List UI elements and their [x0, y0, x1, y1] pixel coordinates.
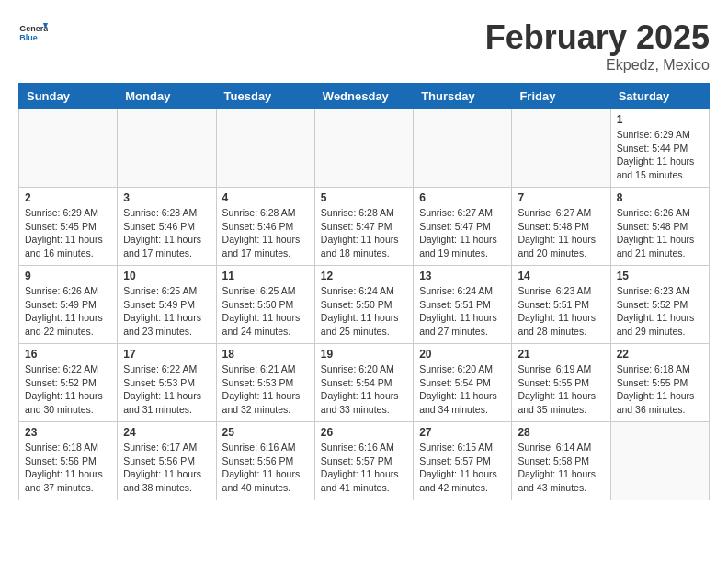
day-info: Sunrise: 6:29 AMSunset: 5:45 PMDaylight:…	[25, 206, 111, 260]
calendar-cell: 6Sunrise: 6:27 AMSunset: 5:47 PMDaylight…	[414, 188, 512, 266]
calendar-cell: 14Sunrise: 6:23 AMSunset: 5:51 PMDayligh…	[512, 266, 610, 344]
calendar-cell: 16Sunrise: 6:22 AMSunset: 5:52 PMDayligh…	[19, 344, 118, 422]
day-info: Sunrise: 6:28 AMSunset: 5:46 PMDaylight:…	[222, 206, 309, 260]
day-info: Sunrise: 6:23 AMSunset: 5:52 PMDaylight:…	[617, 284, 703, 339]
calendar-cell: 18Sunrise: 6:21 AMSunset: 5:53 PMDayligh…	[216, 344, 314, 422]
weekday-header-saturday: Saturday	[610, 84, 709, 109]
day-number: 11	[222, 270, 309, 282]
day-info: Sunrise: 6:29 AMSunset: 5:44 PMDaylight:…	[617, 128, 703, 182]
calendar-cell: 19Sunrise: 6:20 AMSunset: 5:54 PMDayligh…	[314, 344, 413, 422]
day-number: 6	[419, 191, 506, 204]
calendar-cell: 4Sunrise: 6:28 AMSunset: 5:46 PMDaylight…	[216, 188, 314, 266]
day-number: 28	[518, 426, 604, 439]
weekday-header-thursday: Thursday	[414, 84, 512, 109]
calendar-cell: 1Sunrise: 6:29 AMSunset: 5:44 PMDaylight…	[610, 109, 709, 188]
weekday-header-wednesday: Wednesday	[314, 84, 413, 109]
day-info: Sunrise: 6:16 AMSunset: 5:57 PMDaylight:…	[321, 441, 407, 495]
calendar-cell: 3Sunrise: 6:28 AMSunset: 5:46 PMDaylight…	[118, 188, 216, 266]
calendar-cell	[216, 109, 314, 188]
day-info: Sunrise: 6:15 AMSunset: 5:57 PMDaylight:…	[419, 441, 506, 495]
day-number: 16	[25, 348, 111, 361]
day-info: Sunrise: 6:19 AMSunset: 5:55 PMDaylight:…	[518, 362, 604, 417]
day-number: 14	[518, 270, 604, 282]
calendar-cell	[414, 109, 512, 188]
week-row-1: 1Sunrise: 6:29 AMSunset: 5:44 PMDaylight…	[19, 109, 710, 188]
day-info: Sunrise: 6:21 AMSunset: 5:53 PMDaylight:…	[222, 362, 309, 417]
day-number: 22	[617, 348, 703, 361]
day-info: Sunrise: 6:28 AMSunset: 5:47 PMDaylight:…	[321, 206, 407, 260]
calendar-cell: 23Sunrise: 6:18 AMSunset: 5:56 PMDayligh…	[19, 422, 118, 500]
day-number: 1	[617, 113, 703, 126]
day-number: 17	[123, 348, 210, 361]
day-info: Sunrise: 6:26 AMSunset: 5:48 PMDaylight:…	[617, 206, 703, 260]
day-info: Sunrise: 6:20 AMSunset: 5:54 PMDaylight:…	[321, 362, 407, 417]
svg-text:Blue: Blue	[19, 33, 37, 42]
day-info: Sunrise: 6:28 AMSunset: 5:46 PMDaylight:…	[123, 206, 210, 260]
day-number: 5	[321, 191, 407, 204]
logo: General Blue	[18, 18, 48, 48]
day-number: 18	[222, 348, 309, 361]
calendar-cell: 20Sunrise: 6:20 AMSunset: 5:54 PMDayligh…	[414, 344, 512, 422]
calendar-cell: 5Sunrise: 6:28 AMSunset: 5:47 PMDaylight…	[314, 188, 413, 266]
calendar-cell: 7Sunrise: 6:27 AMSunset: 5:48 PMDaylight…	[512, 188, 610, 266]
calendar-cell: 13Sunrise: 6:24 AMSunset: 5:51 PMDayligh…	[414, 266, 512, 344]
day-number: 12	[321, 270, 407, 282]
svg-text:General: General	[19, 24, 48, 33]
day-number: 3	[123, 191, 210, 204]
calendar-cell: 10Sunrise: 6:25 AMSunset: 5:49 PMDayligh…	[118, 266, 216, 344]
day-number: 7	[518, 191, 604, 204]
calendar-cell: 28Sunrise: 6:14 AMSunset: 5:58 PMDayligh…	[512, 422, 610, 500]
calendar-cell	[118, 109, 216, 188]
calendar-cell	[610, 422, 709, 500]
day-number: 9	[25, 270, 111, 282]
weekday-header-row: SundayMondayTuesdayWednesdayThursdayFrid…	[19, 84, 710, 109]
day-number: 24	[123, 426, 210, 439]
day-number: 4	[222, 191, 309, 204]
day-info: Sunrise: 6:14 AMSunset: 5:58 PMDaylight:…	[518, 441, 604, 495]
page-header: General Blue February 2025 Ekpedz, Mexic…	[18, 18, 710, 74]
day-info: Sunrise: 6:26 AMSunset: 5:49 PMDaylight:…	[25, 284, 111, 339]
day-number: 21	[518, 348, 604, 361]
day-info: Sunrise: 6:23 AMSunset: 5:51 PMDaylight:…	[518, 284, 604, 339]
day-number: 25	[222, 426, 309, 439]
day-number: 2	[25, 191, 111, 204]
week-row-5: 23Sunrise: 6:18 AMSunset: 5:56 PMDayligh…	[19, 422, 710, 500]
weekday-header-sunday: Sunday	[19, 84, 118, 109]
calendar-cell: 8Sunrise: 6:26 AMSunset: 5:48 PMDaylight…	[610, 188, 709, 266]
day-number: 10	[123, 270, 210, 282]
calendar-cell: 2Sunrise: 6:29 AMSunset: 5:45 PMDaylight…	[19, 188, 118, 266]
day-number: 23	[25, 426, 111, 439]
weekday-header-friday: Friday	[512, 84, 610, 109]
logo-icon: General Blue	[18, 18, 48, 48]
day-number: 15	[617, 270, 703, 282]
calendar-table: SundayMondayTuesdayWednesdayThursdayFrid…	[18, 83, 710, 500]
calendar-cell: 21Sunrise: 6:19 AMSunset: 5:55 PMDayligh…	[512, 344, 610, 422]
day-number: 26	[321, 426, 407, 439]
calendar-cell	[314, 109, 413, 188]
week-row-2: 2Sunrise: 6:29 AMSunset: 5:45 PMDaylight…	[19, 188, 710, 266]
calendar-cell: 22Sunrise: 6:18 AMSunset: 5:55 PMDayligh…	[610, 344, 709, 422]
day-info: Sunrise: 6:25 AMSunset: 5:49 PMDaylight:…	[123, 284, 210, 339]
calendar-cell: 11Sunrise: 6:25 AMSunset: 5:50 PMDayligh…	[216, 266, 314, 344]
day-info: Sunrise: 6:24 AMSunset: 5:51 PMDaylight:…	[419, 284, 506, 339]
calendar-cell: 24Sunrise: 6:17 AMSunset: 5:56 PMDayligh…	[118, 422, 216, 500]
day-number: 27	[419, 426, 506, 439]
day-info: Sunrise: 6:16 AMSunset: 5:56 PMDaylight:…	[222, 441, 309, 495]
location-title: Ekpedz, Mexico	[485, 57, 710, 74]
weekday-header-monday: Monday	[118, 84, 216, 109]
day-number: 20	[419, 348, 506, 361]
day-info: Sunrise: 6:17 AMSunset: 5:56 PMDaylight:…	[123, 441, 210, 495]
calendar-cell	[512, 109, 610, 188]
day-info: Sunrise: 6:22 AMSunset: 5:52 PMDaylight:…	[25, 362, 111, 417]
day-number: 13	[419, 270, 506, 282]
calendar-cell: 25Sunrise: 6:16 AMSunset: 5:56 PMDayligh…	[216, 422, 314, 500]
day-info: Sunrise: 6:24 AMSunset: 5:50 PMDaylight:…	[321, 284, 407, 339]
day-info: Sunrise: 6:20 AMSunset: 5:54 PMDaylight:…	[419, 362, 506, 417]
calendar-cell: 27Sunrise: 6:15 AMSunset: 5:57 PMDayligh…	[414, 422, 512, 500]
day-number: 8	[617, 191, 703, 204]
day-info: Sunrise: 6:25 AMSunset: 5:50 PMDaylight:…	[222, 284, 309, 339]
day-number: 19	[321, 348, 407, 361]
week-row-3: 9Sunrise: 6:26 AMSunset: 5:49 PMDaylight…	[19, 266, 710, 344]
day-info: Sunrise: 6:22 AMSunset: 5:53 PMDaylight:…	[123, 362, 210, 417]
calendar-cell: 9Sunrise: 6:26 AMSunset: 5:49 PMDaylight…	[19, 266, 118, 344]
